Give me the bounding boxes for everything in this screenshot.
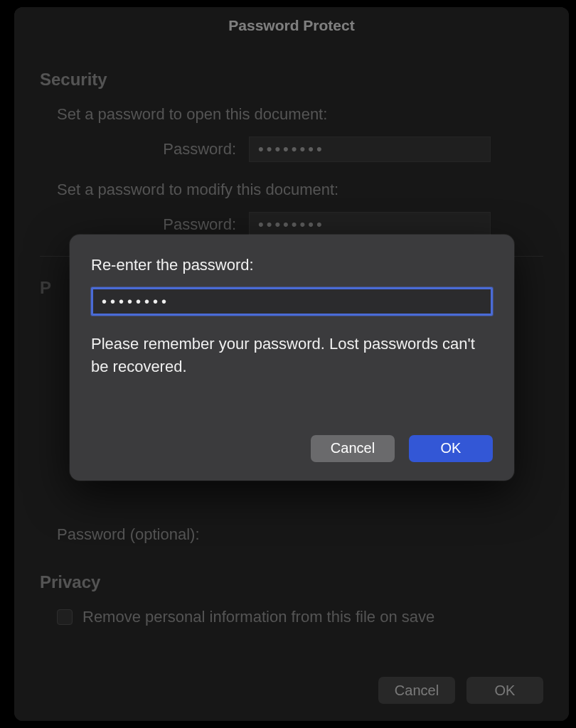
- reenter-password-input[interactable]: [91, 287, 493, 316]
- modal-help-text: Please remember your password. Lost pass…: [91, 333, 493, 378]
- modal-button-row: Cancel OK: [91, 435, 493, 462]
- modal-ok-button[interactable]: OK: [409, 435, 493, 462]
- modal-cancel-button[interactable]: Cancel: [311, 435, 395, 462]
- reenter-password-modal: Re-enter the password: Please remember y…: [70, 235, 514, 481]
- modal-title: Re-enter the password:: [91, 256, 493, 274]
